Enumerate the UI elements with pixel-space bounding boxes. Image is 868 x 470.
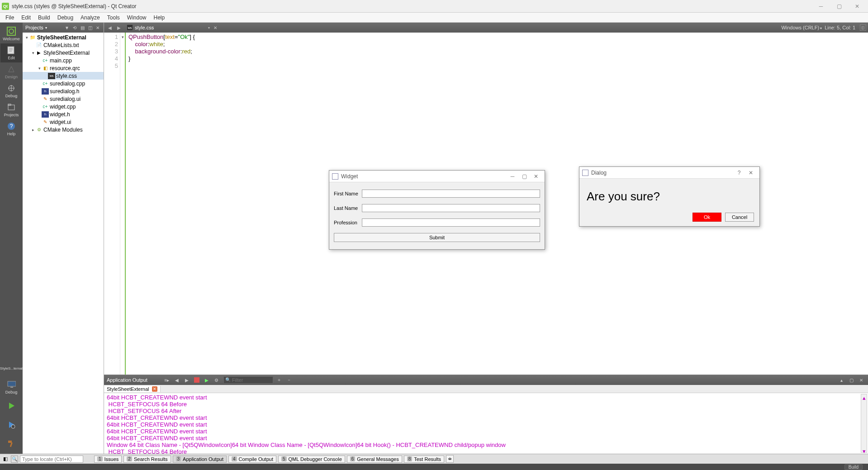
widget-minimize-button[interactable]: ─ (507, 172, 518, 181)
tree-suredialog-ui[interactable]: ✎suredialog.ui (23, 95, 104, 103)
tree-widget-ui[interactable]: ✎widget.ui (23, 118, 104, 126)
pane-application-output[interactable]: 3Application Output (173, 456, 227, 463)
build-progress[interactable]: Build (844, 464, 863, 470)
menu-debug[interactable]: Debug (54, 14, 77, 22)
close-output-tab-icon[interactable]: ✕ (152, 386, 157, 392)
build-button[interactable] (0, 435, 22, 454)
menu-help[interactable]: Help (150, 14, 169, 22)
output-remove-button[interactable]: － (285, 376, 293, 384)
output-gear-icon[interactable]: ⚙ (213, 376, 221, 384)
filter-icon[interactable]: ▼ (64, 24, 70, 31)
cpp-icon: c+ (42, 57, 49, 64)
sidebar-toggle-icon[interactable]: ◧ (2, 456, 9, 463)
svg-rect-15 (10, 387, 13, 388)
tree-widget-cpp[interactable]: c+widget.cpp (23, 103, 104, 110)
file-selector[interactable]: ws style.css ▾ (127, 24, 210, 31)
mode-welcome[interactable]: Welcome (0, 24, 22, 43)
active-project-selector[interactable]: StyleS...ternal (0, 359, 22, 378)
pane-search-results[interactable]: 2Search Results (123, 456, 171, 463)
target-icon: ▶ (35, 50, 43, 56)
output-expand-icon[interactable]: ▴ (837, 376, 845, 384)
output-log[interactable]: 64bit HCBT_CREATEWND event start HCBT_SE… (104, 393, 868, 454)
mode-edit[interactable]: Edit (0, 43, 22, 62)
fold-toggle-icon[interactable]: ▾ (120, 33, 125, 41)
dialog-message: Are you sure? (587, 190, 752, 204)
nav-back-button[interactable]: ◀ (106, 24, 114, 32)
tree-suredialog-cpp[interactable]: c+suredialog.cpp (23, 80, 104, 87)
output-filter-input[interactable] (223, 376, 273, 384)
mode-design[interactable]: Design (0, 62, 22, 81)
run-target-selector[interactable]: Debug (0, 378, 22, 397)
mode-debug[interactable]: Debug (0, 81, 22, 100)
output-maximize-icon[interactable]: ▢ (847, 376, 855, 384)
widget-maximize-button[interactable]: ▢ (518, 172, 530, 181)
output-close-icon[interactable]: ✕ (857, 376, 865, 384)
scrollbar[interactable]: ▴ ▾ (861, 394, 867, 453)
fold-column[interactable]: ▾ (120, 33, 126, 375)
maximize-button[interactable]: ▢ (830, 1, 848, 12)
submit-button[interactable]: Submit (334, 233, 540, 242)
last-name-input[interactable] (362, 204, 540, 212)
output-rerun-button[interactable]: ▶ (203, 376, 211, 384)
output-next-icon[interactable]: ▶ (183, 376, 191, 384)
pane-test-results[interactable]: 8Test Results (404, 456, 444, 463)
tree-style-css[interactable]: wsstyle.css (23, 72, 104, 80)
close-pane-icon[interactable]: ✕ (95, 24, 101, 31)
menu-tools[interactable]: Tools (104, 14, 123, 22)
close-file-button[interactable]: ✕ (213, 25, 217, 30)
profession-input[interactable] (362, 218, 540, 227)
dialog-help-button[interactable]: ? (733, 168, 745, 177)
svg-rect-19 (8, 441, 12, 443)
debug-run-button[interactable] (0, 416, 22, 435)
dialog-cancel-button[interactable]: Cancel (725, 213, 754, 222)
layout-icon[interactable]: ▤ (79, 24, 85, 31)
dialog-window[interactable]: Dialog ? ✕ Are you sure? Ok Cancel (579, 166, 760, 227)
menu-edit[interactable]: Edit (18, 14, 34, 22)
pane-more-icon[interactable]: ≑ (446, 455, 454, 463)
encoding-selector[interactable]: Windows (CRLF)▾ (781, 25, 822, 30)
mode-help[interactable]: ? Help (0, 119, 22, 138)
tree-resource-qrc[interactable]: ▾◧resource.qrc (23, 64, 104, 72)
tree-widget-h[interactable]: hwidget.h (23, 110, 104, 118)
menu-window[interactable]: Window (123, 14, 150, 22)
project-tree[interactable]: ▾📁StyleSheetExternal 📄CMakeLists.txt ▾▶S… (23, 33, 104, 454)
output-add-button[interactable]: ＋ (275, 376, 283, 384)
output-tab[interactable]: StyleSheetExternal ✕ (104, 386, 161, 392)
run-button[interactable] (0, 397, 22, 416)
output-stop-button[interactable] (193, 376, 201, 384)
tree-target[interactable]: ▾▶StyleSheetExternal (23, 49, 104, 57)
pane-issues[interactable]: 1Issues (94, 456, 122, 463)
widget-titlebar[interactable]: Widget ─ ▢ ✕ (329, 171, 545, 182)
split-editor-button[interactable]: ◫ (860, 24, 866, 31)
dialog-close-button[interactable]: ✕ (745, 168, 757, 177)
output-prev-icon[interactable]: ◀ (173, 376, 181, 384)
tree-cmake-modules[interactable]: ▸⚙CMake Modules (23, 126, 104, 133)
pane-general-messages[interactable]: 6General Messages (347, 456, 402, 463)
tree-project-root[interactable]: ▾📁StyleSheetExternal (23, 33, 104, 41)
pane-qml-debugger[interactable]: 5QML Debugger Console (278, 456, 345, 463)
mode-projects[interactable]: Projects (0, 100, 22, 119)
nav-forward-button[interactable]: ▶ (115, 24, 123, 32)
play-debug-icon (7, 420, 16, 429)
menu-analyze[interactable]: Analyze (77, 14, 104, 22)
menu-file[interactable]: File (2, 14, 18, 22)
split-icon[interactable]: ◫ (87, 24, 93, 31)
dialog-titlebar[interactable]: Dialog ? ✕ (579, 167, 759, 179)
locate-input[interactable] (20, 456, 83, 463)
pane-compile-output[interactable]: 4Compile Output (228, 456, 276, 463)
minimize-button[interactable]: ─ (812, 1, 830, 12)
widget-close-button[interactable]: ✕ (530, 172, 542, 181)
menu-build[interactable]: Build (34, 14, 54, 22)
last-name-label: Last Name (334, 205, 359, 211)
tree-main-cpp[interactable]: c+main.cpp (23, 57, 104, 64)
tree-cmakelists[interactable]: 📄CMakeLists.txt (23, 41, 104, 49)
dialog-ok-button[interactable]: Ok (693, 213, 721, 222)
close-button[interactable]: ✕ (848, 1, 866, 12)
first-name-input[interactable] (362, 190, 540, 198)
cursor-position[interactable]: Line: 5, Col: 1 (825, 25, 855, 30)
sync-icon[interactable]: ⟲ (71, 24, 78, 31)
locate-icon[interactable]: 🔍 (11, 456, 18, 463)
widget-window[interactable]: Widget ─ ▢ ✕ First Name Last Name Profes… (329, 170, 545, 250)
tree-suredialog-h[interactable]: hsuredialog.h (23, 87, 104, 95)
output-settings-icon[interactable]: ≡▸ (163, 376, 171, 384)
